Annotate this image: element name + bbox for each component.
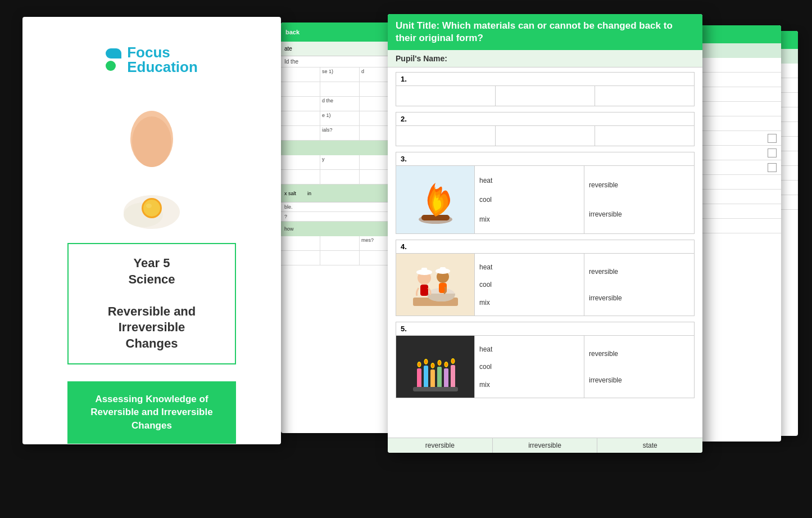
logo-education-text: Education	[127, 60, 198, 74]
svg-point-32	[418, 362, 420, 366]
q4-opt-heat: heat	[479, 263, 579, 271]
svg-point-42	[452, 359, 454, 363]
assess-footer-reversible: reversible	[388, 438, 493, 453]
mw-cell	[281, 236, 320, 250]
question-1: 1.	[396, 72, 695, 106]
q3-opt-mix: mix	[479, 215, 579, 223]
assess-pupil-row: Pupil's Name:	[388, 50, 702, 67]
logo-focus-text: Focus	[127, 45, 198, 60]
mw-data-row: mes?	[281, 236, 399, 251]
mw-cell-text: se 1)	[320, 67, 360, 82]
svg-point-1	[132, 116, 171, 167]
assess-body: 1. 2. 3.	[388, 67, 702, 434]
logo-icon	[106, 48, 121, 71]
q3-opt-heat: heat	[479, 177, 579, 184]
q1-cell3	[595, 86, 694, 106]
assess-footer-irreversible: irreversible	[493, 438, 598, 453]
q1-cell2	[496, 86, 595, 106]
logo-text-block: Focus Education	[127, 45, 198, 74]
q5-opt-mix: mix	[479, 381, 579, 389]
svg-point-34	[425, 359, 427, 363]
checkbox	[768, 163, 777, 172]
svg-rect-19	[417, 368, 421, 388]
mw-cell	[281, 82, 320, 96]
svg-point-38	[438, 361, 441, 364]
q3-opt-cool: cool	[479, 196, 579, 204]
svg-rect-43	[413, 387, 458, 391]
q3-ans-rev: reversible	[589, 181, 689, 189]
assess-pupil-label: Pupil's Name:	[396, 54, 447, 63]
mw-cell	[320, 236, 360, 250]
mw-cell-text: y	[320, 155, 360, 169]
mw-cell	[320, 170, 360, 184]
assess-footer: reversible irreversible state	[388, 438, 702, 453]
question-5: 5.	[396, 322, 695, 398]
q5-opt-cool: cool	[479, 363, 579, 371]
mw-in-text: in	[307, 191, 311, 196]
mw-cell-text: d the	[320, 97, 360, 111]
q2-cell2	[496, 126, 595, 146]
fire-icon	[413, 174, 458, 225]
q5-content: heat cool mix reversible irreversible	[396, 336, 694, 398]
q5-options-cell: heat cool mix	[475, 336, 584, 398]
mw-ble-text: ble.	[281, 202, 399, 212]
svg-rect-14	[421, 268, 427, 273]
mw-mix-section: x salt in	[281, 184, 399, 202]
mw-cell	[281, 251, 320, 265]
mw-green-section2: how	[281, 222, 399, 236]
q1-cells	[396, 86, 694, 106]
q5-number: 5.	[396, 322, 694, 336]
assess-footer-state: state	[597, 438, 702, 453]
mw-back-label: back	[285, 29, 300, 35]
mw-cell	[281, 111, 320, 125]
mw-data-row: d the	[281, 97, 399, 111]
mw-data-row: ials?	[281, 126, 399, 141]
cover-page: Focus Education Year 5 Science Reversibl…	[22, 17, 281, 444]
svg-rect-22	[437, 367, 442, 388]
q3-answer-cell: reversible irreversible	[584, 166, 694, 233]
mw-cell	[281, 155, 320, 169]
cover-title: Year 5 Science Reversible and Irreversib…	[80, 255, 224, 352]
mw-data-row	[281, 82, 399, 97]
mw-id-text: Id the	[281, 56, 399, 67]
q4-opt-cool: cool	[479, 281, 579, 289]
svg-point-40	[445, 362, 447, 366]
mw-cell	[281, 67, 320, 82]
assess-header: Unit Title: Which materials can or canno…	[388, 14, 702, 50]
mw-data-row	[281, 170, 399, 184]
cover-images	[22, 102, 281, 232]
q2-cells	[396, 126, 694, 146]
logo-dot-bottom	[106, 61, 116, 71]
middle-left-worksheet: back ate Id the se 1) d d the e 1) ials?…	[281, 22, 399, 433]
q4-answer-cell: reversible irreversible	[584, 254, 694, 316]
mw-ate-row: ate	[281, 42, 399, 56]
mw-data-row: se 1) d	[281, 67, 399, 82]
candles-icon	[410, 340, 461, 394]
svg-point-6	[146, 204, 152, 208]
assess-title: Unit Title: Which materials can or canno…	[396, 20, 695, 44]
mw-green-section	[281, 141, 399, 155]
q4-number: 4.	[396, 240, 694, 254]
q3-options-cell: heat cool mix	[475, 166, 584, 233]
mw-data-row	[281, 251, 399, 265]
q2-cell1	[396, 126, 496, 146]
svg-rect-23	[444, 368, 448, 388]
question-2: 2.	[396, 112, 695, 146]
checkbox	[768, 148, 777, 157]
mw-cell	[281, 97, 320, 111]
q3-ans-irrev: irreversible	[589, 210, 689, 218]
cover-title-box: Year 5 Science Reversible and Irreversib…	[67, 243, 236, 364]
q1-cell1	[396, 86, 496, 106]
cover-subtitle-box: Assessing Knowledge of Reversible and Ir…	[67, 381, 236, 444]
q5-opt-heat: heat	[479, 345, 579, 353]
q3-content: heat cool mix reversible irreversible	[396, 166, 694, 233]
question-3: 3. heat c	[396, 152, 695, 234]
mw-how-text: how	[284, 226, 294, 232]
mw-cell	[281, 126, 320, 140]
logo-area: Focus Education	[22, 17, 281, 91]
q4-opt-mix: mix	[479, 299, 579, 307]
checkbox	[768, 134, 777, 143]
mw-cell	[320, 251, 360, 265]
svg-rect-12	[420, 285, 428, 296]
mw-data-row: e 1)	[281, 111, 399, 126]
